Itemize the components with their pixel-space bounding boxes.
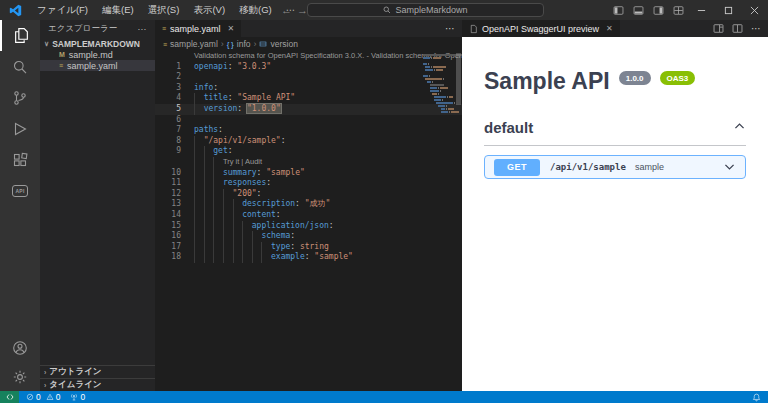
- code-line[interactable]: 12"200":: [155, 189, 462, 200]
- toggle-sidebar-icon[interactable]: [613, 5, 624, 16]
- tab-swagger-preview[interactable]: OpenAPI SwaggerUI preview ✕: [462, 20, 620, 37]
- code-line[interactable]: 17type: string: [155, 242, 462, 253]
- file-row-sample.md[interactable]: Msample.md: [40, 49, 155, 60]
- code-line[interactable]: 8"/api/v1/sample":: [155, 136, 462, 147]
- settings-gear-icon[interactable]: [0, 363, 40, 391]
- sidebar-section-タイムライン[interactable]: ›タイムライン: [40, 378, 155, 391]
- code-line[interactable]: 9get:: [155, 146, 462, 157]
- indent-guide: [213, 242, 223, 253]
- notifications-bell-icon[interactable]: [752, 393, 761, 402]
- sidebar-section-アウトライン[interactable]: ›アウトライン: [40, 365, 155, 378]
- code-line[interactable]: 18example: "sample": [155, 252, 462, 263]
- openapi-extension-icon[interactable]: API: [0, 175, 40, 206]
- menu-item[interactable]: 選択(S): [141, 0, 187, 20]
- minimap-seg: [438, 87, 439, 89]
- codelens-row[interactable]: Try it | Audit: [155, 157, 462, 168]
- line-number: 11: [155, 178, 181, 189]
- token: :: [266, 178, 271, 187]
- indent-guide: [194, 104, 204, 115]
- code-text: openapi: "3.0.3": [181, 62, 271, 73]
- token: get: [213, 146, 227, 155]
- indent-guide: [213, 178, 223, 189]
- run-debug-icon[interactable]: [0, 113, 40, 144]
- minimap-seg: [423, 63, 427, 65]
- scrollbar-thumb[interactable]: [456, 53, 461, 105]
- minimap-line: [423, 54, 453, 56]
- codelens-text[interactable]: Validation schema for OpenAPI Specificat…: [194, 51, 462, 60]
- minimap[interactable]: [423, 54, 453, 114]
- split-editor-icon[interactable]: [732, 23, 743, 34]
- token: info: [194, 83, 213, 92]
- code-line[interactable]: 3info:: [155, 83, 462, 94]
- token: :: [218, 125, 223, 134]
- code-line[interactable]: 2: [155, 72, 462, 83]
- editor-more-actions-icon[interactable]: ⋯: [445, 23, 455, 34]
- expand-operation-icon[interactable]: [723, 160, 736, 175]
- breadcrumb-info[interactable]: info: [237, 39, 251, 49]
- maximize-button[interactable]: [715, 0, 742, 20]
- close-button[interactable]: [741, 0, 768, 20]
- code-line[interactable]: 7paths:: [155, 125, 462, 136]
- minimap-line: [423, 93, 453, 95]
- problems-indicator[interactable]: 0 0: [26, 392, 60, 402]
- token: title: [204, 93, 228, 102]
- code-editor[interactable]: Validation schema for OpenAPI Specificat…: [155, 51, 462, 391]
- breadcrumb-version[interactable]: version: [270, 39, 297, 49]
- editor-scrollbar[interactable]: [454, 51, 462, 391]
- code-line[interactable]: 10summary: "sample": [155, 168, 462, 179]
- code-line[interactable]: 5version: "1.0.0": [155, 104, 462, 115]
- code-line[interactable]: 16schema:: [155, 231, 462, 242]
- toggle-secondary-sidebar-icon[interactable]: [653, 5, 664, 16]
- toggle-panel-icon[interactable]: [633, 5, 644, 16]
- extensions-icon[interactable]: [0, 144, 40, 175]
- indent-guide: [204, 242, 214, 253]
- menu-item[interactable]: 移動(G): [232, 0, 279, 20]
- nav-back-icon[interactable]: ←: [281, 3, 292, 17]
- source-control-icon[interactable]: [0, 82, 40, 113]
- close-tab-icon[interactable]: ✕: [606, 24, 613, 33]
- minimize-button[interactable]: [688, 0, 715, 20]
- collapse-section-icon[interactable]: [733, 120, 746, 135]
- code-line[interactable]: 1openapi: "3.0.3": [155, 62, 462, 73]
- indent-guide: [223, 189, 233, 200]
- minimap-line: [423, 84, 453, 86]
- codelens-text[interactable]: Try it | Audit: [223, 157, 262, 166]
- file-row-sample.yaml[interactable]: ≡sample.yaml: [40, 60, 155, 71]
- indent-guide: [204, 146, 214, 157]
- menu-item[interactable]: 表示(V): [186, 0, 232, 20]
- code-line[interactable]: 11responses:: [155, 178, 462, 189]
- preview-more-actions-icon[interactable]: ⋯: [751, 23, 761, 34]
- remote-indicator[interactable]: [0, 391, 19, 403]
- search-view-icon[interactable]: [0, 51, 40, 82]
- code-line[interactable]: 4title: "Sample API": [155, 93, 462, 104]
- code-line[interactable]: 13description: "成功": [155, 199, 462, 210]
- api-operation-row[interactable]: GET /api/v1/sample sample: [484, 155, 746, 179]
- minimap-pad: [423, 108, 441, 110]
- explorer-icon[interactable]: [0, 20, 40, 51]
- code-text: responses:: [181, 178, 271, 189]
- customize-layout-icon[interactable]: [673, 5, 684, 16]
- account-icon[interactable]: [0, 332, 40, 363]
- command-center-search[interactable]: SampleMarkdown: [307, 3, 544, 17]
- code-line[interactable]: 14content:: [155, 210, 462, 221]
- token: :: [228, 146, 233, 155]
- tab-sample-yaml[interactable]: ≡ sample.yaml ✕: [155, 20, 241, 37]
- code-line[interactable]: 15application/json:: [155, 221, 462, 232]
- minimap-seg: [449, 96, 453, 98]
- code-line[interactable]: 6: [155, 115, 462, 126]
- breadcrumb-file[interactable]: sample.yaml: [170, 39, 218, 49]
- indent-guide: [213, 231, 223, 242]
- indent-guide: [213, 199, 223, 210]
- ports-indicator[interactable]: 0: [70, 392, 85, 402]
- codelens-row[interactable]: Validation schema for OpenAPI Specificat…: [155, 51, 462, 62]
- menu-item[interactable]: ファイル(F): [30, 0, 95, 20]
- line-number: 6: [155, 115, 181, 126]
- menu-item[interactable]: 編集(E): [95, 0, 141, 20]
- close-tab-icon[interactable]: ✕: [228, 24, 235, 33]
- toggle-layout-icon[interactable]: [713, 23, 724, 34]
- chevron-right-icon: ›: [44, 382, 46, 389]
- workspace-root-folder[interactable]: ∨ SAMPLEMARKDOWN: [40, 38, 155, 49]
- minimap-pad: [423, 111, 441, 113]
- explorer-more-actions-icon[interactable]: ⋯: [138, 24, 148, 34]
- api-section-header[interactable]: default: [484, 119, 746, 146]
